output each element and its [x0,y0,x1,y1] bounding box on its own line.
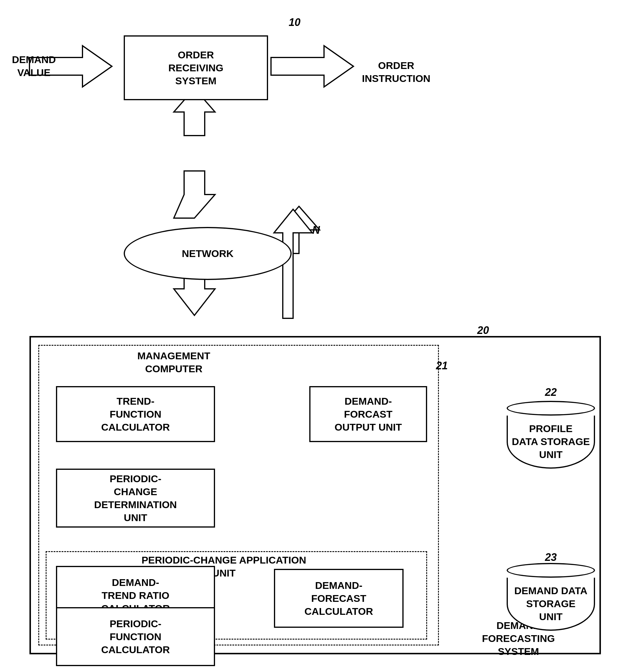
demand-forecast-calculator-box: DEMAND- FORECAST CALCULATOR [274,569,404,628]
cylinder-top-22 [507,401,595,416]
cylinder-body-23: DEMAND DATA STORAGE UNIT [507,578,595,631]
demand-value-label: DEMAND VALUE [9,53,59,79]
order-receiving-system-label: ORDER RECEIVING SYSTEM [168,48,223,87]
svg-marker-5 [271,46,354,87]
network-label: NETWORK [182,247,234,260]
profile-data-storage-label: PROFILE DATA STORAGE UNIT [509,419,593,464]
periodic-function-calculator-label: PERIODIC- FUNCTION CALCULATOR [101,617,170,656]
network-ellipse: NETWORK [124,227,292,280]
periodic-change-determination-box: PERIODIC- CHANGE DETERMINATION UNIT [56,469,215,528]
demand-forecast-output-label: DEMAND- FORCAST OUTPUT UNIT [335,395,402,434]
cylinder-body-22: PROFILE DATA STORAGE UNIT [507,416,595,469]
ref-num-20: 20 [477,324,489,337]
diagram: 10 ORDER RECEIVING SYSTEM DEMAND VALUE O… [0,0,623,672]
management-computer-label: MANAGEMENT COMPUTER [112,349,236,375]
ref-num-10: 10 [289,16,300,29]
periodic-change-determination-label: PERIODIC- CHANGE DETERMINATION UNIT [94,472,177,524]
order-receiving-system-box: ORDER RECEIVING SYSTEM [124,35,268,100]
periodic-function-calculator-box: PERIODIC- FUNCTION CALCULATOR [56,607,215,666]
trend-function-calculator-label: TREND- FUNCTION CALCULATOR [101,395,170,434]
ref-num-23: 23 [545,551,557,563]
trend-function-calculator-box: TREND- FUNCTION CALCULATOR [56,386,215,442]
ref-num-N: N [312,224,320,236]
demand-data-storage-cylinder: DEMAND DATA STORAGE UNIT [507,563,595,631]
profile-data-storage-cylinder: PROFILE DATA STORAGE UNIT [507,401,595,469]
order-instruction-label: ORDER INSTRUCTION [356,59,436,85]
cylinder-top-23 [507,563,595,578]
ref-num-22: 22 [545,386,557,398]
demand-data-storage-label: DEMAND DATA STORAGE UNIT [511,581,590,626]
demand-forecast-calculator-label: DEMAND- FORECAST CALCULATOR [304,579,373,618]
demand-forecast-output-box: DEMAND- FORCAST OUTPUT UNIT [309,386,427,442]
svg-marker-7 [174,171,215,218]
